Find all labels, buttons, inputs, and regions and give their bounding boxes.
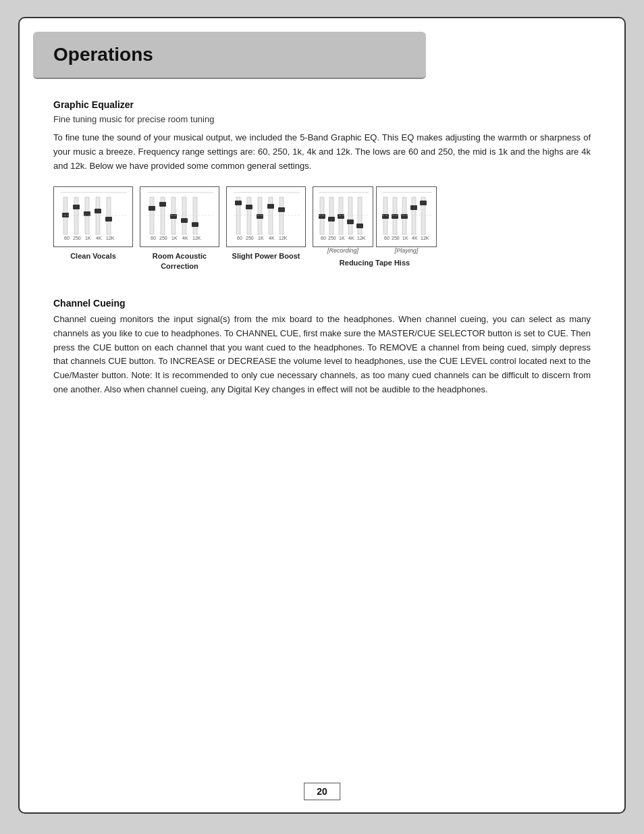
svg-text:1K: 1K (258, 236, 264, 240)
svg-rect-76 (410, 205, 417, 210)
svg-rect-43 (279, 197, 284, 234)
svg-rect-19 (149, 206, 155, 211)
svg-rect-23 (170, 214, 177, 219)
svg-rect-70 (382, 214, 389, 219)
svg-text:60: 60 (64, 236, 70, 240)
svg-rect-21 (159, 202, 166, 207)
svg-text:60: 60 (384, 236, 390, 240)
svg-rect-37 (247, 197, 251, 234)
content-area: Graphic Equalizer Fine tuning music for … (20, 79, 624, 451)
svg-text:1K: 1K (171, 236, 178, 240)
svg-rect-8 (95, 209, 101, 213)
page-container: Operations Graphic Equalizer Fine tuning… (18, 17, 626, 814)
svg-text:60: 60 (321, 236, 326, 240)
svg-text:12K: 12K (357, 236, 366, 240)
channel-cueing-title: Channel Cueing (53, 298, 591, 309)
svg-rect-40 (257, 214, 263, 219)
svg-text:4K: 4K (348, 236, 354, 240)
svg-rect-78 (420, 201, 427, 205)
svg-rect-27 (192, 222, 198, 227)
svg-text:4K: 4K (96, 236, 102, 240)
svg-rect-74 (401, 214, 408, 219)
svg-rect-59 (347, 219, 354, 224)
svg-rect-9 (107, 197, 111, 234)
svg-rect-36 (235, 201, 242, 205)
svg-text:250: 250 (392, 236, 400, 240)
svg-text:1K: 1K (85, 236, 91, 240)
svg-rect-25 (181, 218, 188, 223)
svg-rect-26 (193, 197, 197, 234)
svg-rect-10 (105, 217, 112, 221)
channel-cueing-body: Channel cueing monitors the input signal… (53, 313, 591, 397)
svg-rect-2 (62, 213, 69, 217)
svg-rect-41 (269, 197, 273, 234)
svg-text:250: 250 (246, 236, 254, 240)
svg-rect-4 (73, 205, 80, 209)
svg-rect-60 (358, 197, 362, 234)
header-section: Operations (33, 32, 426, 79)
svg-text:1K: 1K (402, 236, 408, 240)
svg-rect-72 (392, 214, 398, 219)
channel-cueing-section: Channel Cueing Channel cueing monitors t… (53, 298, 591, 397)
svg-rect-54 (329, 197, 333, 234)
svg-rect-42 (267, 204, 274, 209)
graphic-equalizer-section: Graphic Equalizer Fine tuning music for … (53, 99, 591, 173)
eq-caption-tape-hiss: Reducing Tape Hiss (340, 258, 410, 267)
eq-preset-power-boost: 60 250 1K 4K 12K Slight Power Boost (226, 186, 306, 261)
svg-rect-55 (328, 217, 335, 221)
svg-text:4K: 4K (412, 236, 418, 240)
svg-text:60: 60 (151, 236, 156, 240)
svg-rect-53 (319, 214, 325, 219)
svg-text:12K: 12K (106, 236, 115, 240)
eq-diagrams: 60 250 1K 4K 12K Clean Vocals (53, 186, 591, 271)
graphic-eq-title: Graphic Equalizer (53, 99, 591, 110)
svg-rect-58 (348, 197, 352, 234)
page-title: Operations (53, 44, 153, 65)
svg-text:250: 250 (328, 236, 336, 240)
svg-text:250: 250 (159, 236, 167, 240)
eq-caption-power-boost: Slight Power Boost (232, 251, 300, 261)
eq-preset-clean-vocals: 60 250 1K 4K 12K Clean Vocals (53, 186, 133, 261)
svg-rect-75 (412, 197, 416, 234)
svg-rect-18 (150, 197, 154, 234)
eq-preset-room-acoustic: 60 250 1K 4K 12K Room AcousticCorrection (140, 186, 219, 271)
page-number: 20 (304, 783, 340, 800)
svg-rect-3 (74, 197, 78, 234)
svg-text:12K: 12K (421, 236, 429, 240)
svg-text:4K: 4K (182, 236, 188, 240)
svg-text:4K: 4K (269, 236, 275, 240)
eq-caption-room-acoustic: Room AcousticCorrection (153, 251, 207, 271)
svg-rect-57 (338, 214, 344, 219)
svg-rect-44 (278, 207, 285, 212)
svg-text:12K: 12K (192, 236, 201, 240)
eq-caption-clean-vocals: Clean Vocals (70, 251, 116, 261)
graphic-eq-body: To fine tune the sound of your musical o… (53, 131, 591, 173)
svg-text:60: 60 (237, 236, 242, 240)
svg-rect-7 (96, 197, 100, 234)
svg-text:12K: 12K (279, 236, 288, 240)
svg-text:1K: 1K (339, 236, 345, 240)
svg-text:250: 250 (73, 236, 81, 240)
graphic-eq-subtitle: Fine tuning music for precise room tunin… (53, 114, 591, 124)
svg-rect-61 (356, 224, 363, 228)
eq-preset-tape-hiss: 60 250 1K 4K 12K [Recording] (313, 186, 437, 267)
svg-rect-24 (182, 197, 186, 234)
svg-rect-38 (246, 205, 252, 209)
